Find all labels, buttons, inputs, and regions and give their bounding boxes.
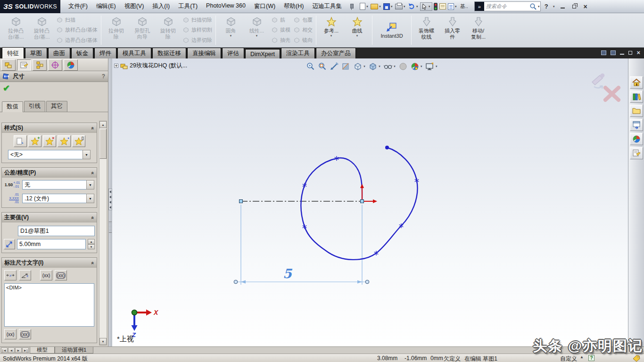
apply-default-style-button[interactable] bbox=[14, 135, 27, 147]
ribbon-big-button[interactable]: 异型孔 向导▼ bbox=[129, 14, 155, 46]
display-manager-tab[interactable] bbox=[64, 59, 78, 71]
ok-check-button[interactable]: ✔ bbox=[3, 83, 10, 93]
ribbon-big-button[interactable]: 圆角▼ bbox=[218, 14, 244, 46]
command-tab[interactable]: 数据迁移 bbox=[152, 48, 186, 58]
boxed-parenthesis-button-cropped[interactable]: (xx) bbox=[19, 329, 31, 339]
last-tab-icon[interactable]: ►| bbox=[22, 347, 29, 353]
command-tab[interactable]: 曲面 bbox=[48, 48, 70, 58]
panel-collapse-handle[interactable] bbox=[108, 189, 112, 210]
dropdown-arrow-icon[interactable]: ▼ bbox=[83, 150, 91, 159]
style-section-header[interactable]: 样式(S)« bbox=[2, 123, 97, 133]
ribbon-small-button[interactable]: 放样凸台/基体 bbox=[56, 26, 98, 34]
doc-tab[interactable]: 模型 bbox=[30, 347, 55, 354]
precision-dropdown[interactable]: .12 (文件) ▼ bbox=[22, 194, 94, 203]
ribbon-small-button[interactable]: 扫描 bbox=[56, 16, 98, 25]
ribbon-big-button[interactable]: 拉伸切 除▼ bbox=[103, 14, 129, 46]
parenthesis-button[interactable]: (xx) bbox=[40, 270, 52, 280]
scroll-down-icon[interactable]: ▼ bbox=[99, 338, 107, 345]
command-tab[interactable]: DimXpert bbox=[245, 49, 280, 58]
menu-item[interactable]: 插入(I) bbox=[148, 0, 174, 13]
splitter-grip[interactable] bbox=[109, 222, 112, 233]
view-palette-button[interactable] bbox=[630, 119, 643, 131]
ribbon-big-button[interactable]: Instant3D▼ bbox=[374, 14, 409, 46]
line-endpoint-handle[interactable] bbox=[239, 200, 243, 203]
help-button[interactable]: ? bbox=[545, 3, 548, 10]
primary-value-section-header[interactable]: 主要值(V)« bbox=[2, 213, 97, 222]
dimension-text-section-header[interactable]: 标注尺寸文字(I)« bbox=[2, 258, 97, 268]
ribbon-big-button[interactable]: 旋转切 除▼ bbox=[155, 14, 181, 46]
dimxpert-manager-tab[interactable] bbox=[48, 59, 62, 71]
menu-item[interactable]: PhotoView 360 bbox=[202, 0, 250, 13]
close-button[interactable]: × bbox=[582, 3, 589, 10]
file-explorer-button[interactable] bbox=[630, 105, 643, 117]
dimension-grip[interactable] bbox=[234, 280, 238, 284]
tolerance-type-dropdown[interactable]: 无 ▼ bbox=[22, 180, 94, 189]
dropdown-arrow-icon[interactable]: ▼ bbox=[86, 194, 94, 203]
command-tab[interactable]: 直接编辑 bbox=[187, 48, 221, 58]
panel-scrollbar[interactable]: ▲ ▼ bbox=[99, 121, 107, 346]
ribbon-small-button[interactable]: 筋 bbox=[271, 16, 290, 25]
feature-manager-tab[interactable] bbox=[1, 59, 16, 71]
ribbon-small-button[interactable]: 放样切割 bbox=[182, 26, 212, 34]
spline-endpoint[interactable] bbox=[385, 146, 389, 149]
property-manager-tab[interactable] bbox=[17, 59, 31, 71]
menu-item[interactable]: 文件(F) bbox=[64, 0, 92, 13]
pin-icon[interactable] bbox=[348, 3, 355, 10]
load-style-button[interactable]: ▯ bbox=[72, 135, 85, 147]
configuration-manager-tab[interactable] bbox=[33, 59, 47, 71]
doc-restore-icon[interactable] bbox=[628, 51, 632, 55]
dimension-value-text[interactable]: 5 bbox=[283, 266, 293, 281]
save-button[interactable]: ▼ bbox=[383, 2, 394, 11]
command-tab[interactable]: 焊件 bbox=[94, 48, 116, 58]
ribbon-small-button[interactable]: 边界切除 bbox=[182, 36, 212, 44]
ribbon-big-button[interactable]: 旋转凸 台/基...▼ bbox=[29, 14, 55, 46]
command-tab[interactable]: 办公室产品 bbox=[316, 48, 356, 58]
value-tab[interactable]: 其它 bbox=[46, 101, 67, 112]
dimension-grip[interactable] bbox=[365, 280, 369, 284]
ribbon-big-button[interactable]: 参考...▼ bbox=[318, 14, 344, 46]
menu-item[interactable]: 窗口(W) bbox=[250, 0, 280, 13]
spinner-down-icon[interactable]: ▼ bbox=[88, 244, 95, 249]
menu-item[interactable]: 工具(T) bbox=[174, 0, 202, 13]
doc-minimize-icon[interactable] bbox=[620, 51, 624, 55]
search-command-box[interactable]: » 搜索命令 ▼ bbox=[474, 1, 541, 11]
menu-item[interactable]: 帮助(H) bbox=[280, 0, 308, 13]
command-tab[interactable]: 特征 bbox=[2, 47, 24, 58]
add-style-button[interactable]: + bbox=[28, 135, 41, 147]
search-input[interactable]: 搜索命令 bbox=[484, 3, 529, 10]
line-endpoint-handle[interactable] bbox=[361, 200, 364, 203]
save-style-button[interactable]: ▪ bbox=[58, 135, 71, 147]
command-tab[interactable]: 草图 bbox=[25, 48, 47, 58]
value-tab[interactable]: 数值 bbox=[2, 101, 23, 112]
sketch-canvas[interactable]: 5 bbox=[112, 58, 628, 346]
scroll-up-icon[interactable]: ▲ bbox=[99, 121, 107, 128]
minimize-button[interactable] bbox=[559, 3, 567, 10]
file-properties-button[interactable] bbox=[439, 2, 446, 10]
new-document-button[interactable]: ▼ bbox=[359, 2, 369, 11]
ribbon-big-button[interactable]: 曲线▼ bbox=[344, 14, 370, 46]
ribbon-big-button[interactable]: 插入零 件▼ bbox=[439, 14, 465, 46]
truncated-toolbar-item[interactable]: 基.. bbox=[460, 3, 468, 10]
spinner-up-icon[interactable]: ▲ bbox=[88, 239, 95, 244]
graphics-viewport[interactable]: 29玫瑰花DHQ (默认... ▼ ▼ ▼ ▼ ▼ bbox=[112, 58, 628, 346]
doc-tab[interactable]: 运动算例1 bbox=[55, 347, 93, 354]
panel-help-button[interactable]: ? bbox=[102, 73, 105, 80]
options-button[interactable]: ▼ bbox=[447, 2, 458, 11]
ribbon-big-button[interactable]: 拉伸凸 台/基...▼ bbox=[3, 14, 29, 46]
panel-splitter[interactable] bbox=[108, 58, 112, 346]
configuration-label[interactable]: 自定义 bbox=[560, 355, 577, 362]
ribbon-small-button[interactable]: 包覆 bbox=[293, 16, 313, 25]
ribbon-small-button[interactable]: 边界凸台/基体 bbox=[56, 36, 98, 44]
boxed-parenthesis-button[interactable]: (xx) bbox=[55, 270, 67, 280]
design-library-button[interactable] bbox=[630, 90, 643, 103]
menu-item[interactable]: 迈迪工具集 bbox=[308, 0, 346, 13]
doc-window-icon[interactable] bbox=[611, 50, 616, 55]
next-tab-icon[interactable]: ► bbox=[15, 347, 22, 353]
undo-button[interactable]: ▼ bbox=[407, 2, 419, 11]
command-tab[interactable]: 模具工具 bbox=[117, 48, 151, 58]
parenthesis-button-cropped[interactable]: (xx) bbox=[4, 329, 17, 339]
first-tab-icon[interactable]: |◄ bbox=[1, 347, 8, 353]
performance-button[interactable] bbox=[433, 2, 438, 11]
ribbon-big-button[interactable]: 装饰螺 纹线▼ bbox=[413, 14, 439, 46]
dropdown-arrow-icon[interactable]: ▼ bbox=[86, 180, 94, 189]
